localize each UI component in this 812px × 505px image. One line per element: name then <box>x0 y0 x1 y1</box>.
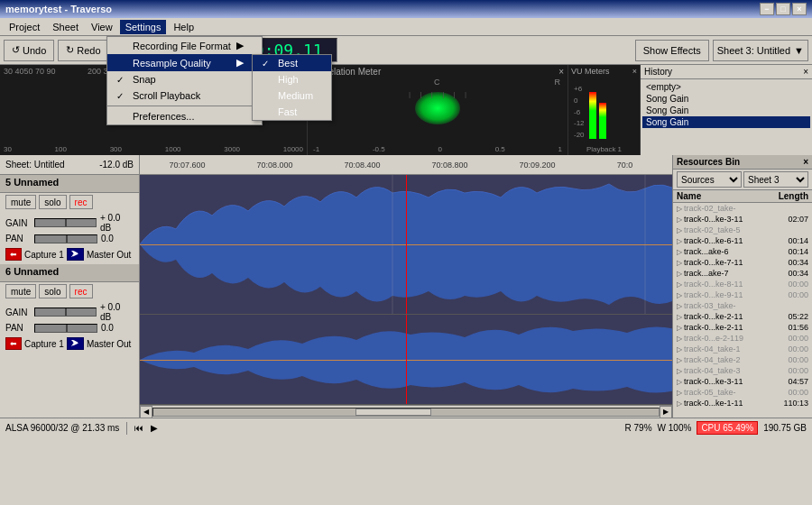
resource-item-9[interactable]: ▷ track-03_take- <box>673 300 812 311</box>
track-6-waveform[interactable] <box>140 315 672 405</box>
track-6-capture-button[interactable]: ⬅ <box>5 337 22 350</box>
track-6-solo-button[interactable]: solo <box>39 284 66 298</box>
horizontal-scrollbar[interactable]: ◀ ▶ <box>140 405 672 418</box>
correlation-close-icon[interactable]: × <box>558 67 564 77</box>
resource-item-7[interactable]: ▷ track-0...ke-8-11 00:00 <box>673 279 812 289</box>
resource-item-15[interactable]: ▷ track-04_take-3 00:00 <box>673 365 812 376</box>
submenu-high[interactable]: High <box>253 71 331 87</box>
history-close-icon[interactable]: × <box>803 67 808 77</box>
resource-item-1[interactable]: ▷ track-0...ke-3-11 02:07 <box>673 214 812 225</box>
resource-icon-11: ▷ <box>677 324 682 332</box>
playhead-2 <box>406 315 407 404</box>
title-bar: memorytest - Traverso − □ × <box>0 0 812 18</box>
timeline-mark-6: 70:0 <box>581 161 669 170</box>
vu-bars: +60-6-12-20 <box>568 78 640 142</box>
resource-item-17[interactable]: ▷ track-05_take- 00:00 <box>673 387 812 398</box>
track-controls: Sheet: Untitled -12.0 dB 5 Unnamed mute … <box>0 155 140 418</box>
menu-view[interactable]: View <box>86 20 118 34</box>
resource-item-10[interactable]: ▷ track-0...ke-2-11 05:22 <box>673 311 812 322</box>
resource-item-11[interactable]: ▷ track-0...ke-2-11 01:56 <box>673 322 812 333</box>
resources-list[interactable]: ▷ track-02_take- ▷ track-0...ke-3-11 02:… <box>673 203 812 418</box>
resource-item-12[interactable]: ▷ track-0...e-2-119 00:00 <box>673 333 812 344</box>
menu-project[interactable]: Project <box>4 20 45 34</box>
resource-item-18[interactable]: ▷ track-0...ke-1-11 110:13 <box>673 398 812 409</box>
resource-name-16: track-0...ke-3-11 <box>684 377 766 386</box>
cpu-indicator: CPU 65.49% <box>697 421 758 435</box>
resource-icon-5: ▷ <box>677 259 682 267</box>
scroll-right-button[interactable]: ▶ <box>660 406 672 418</box>
resource-name-14: track-04_take-2 <box>684 355 766 364</box>
history-item-2[interactable]: Song Gain <box>642 93 810 105</box>
resource-length-4: 00:14 <box>768 247 808 256</box>
scrollbar-track[interactable] <box>152 408 660 417</box>
transport-play-icon[interactable]: ▶ <box>151 423 158 433</box>
resource-icon-14: ▷ <box>677 356 682 364</box>
track-5-gain-slider[interactable] <box>34 218 97 227</box>
submenu-best[interactable]: ✓ Best <box>253 55 331 71</box>
sheet-selector[interactable]: Sheet 3: Untitled ▼ <box>713 40 808 61</box>
resource-item-14[interactable]: ▷ track-04_take-2 00:00 <box>673 354 812 365</box>
resource-item-5[interactable]: ▷ track-0...ke-7-11 00:34 <box>673 257 812 268</box>
resources-controls: Sources Sheet 3 <box>673 170 812 190</box>
w-percent: W 100% <box>658 423 692 433</box>
fast-label: Fast <box>278 106 297 117</box>
resource-item-8[interactable]: ▷ track-0...ke-9-11 00:00 <box>673 289 812 300</box>
resample-arrow: ▶ <box>236 57 244 69</box>
resource-item-0[interactable]: ▷ track-02_take- <box>673 203 812 214</box>
show-effects-button[interactable]: Show Effects <box>635 40 709 61</box>
track-5-output-button[interactable]: ⮞ <box>67 248 84 261</box>
menu-preferences[interactable]: Preferences... <box>107 108 262 124</box>
menu-resample-quality[interactable]: Resample Quality ▶ ✓ Best High Medium Fa… <box>107 54 262 71</box>
track-5-capture-button[interactable]: ⬅ <box>5 248 22 261</box>
scroll-left-button[interactable]: ◀ <box>140 406 152 418</box>
status-bar: ALSA 96000/32 @ 21.33 ms ⏮ ▶ R 79% W 100… <box>0 418 812 437</box>
resource-length-12: 00:00 <box>768 334 808 343</box>
track-5-rec-button[interactable]: rec <box>69 195 93 209</box>
track-5-waveform[interactable] <box>140 175 672 315</box>
track-5-header: 5 Unnamed <box>0 175 139 193</box>
vu-bar-right <box>599 103 606 139</box>
menu-sheet[interactable]: Sheet <box>47 20 84 34</box>
menu-recording-format[interactable]: Recording File Format ▶ <box>107 37 262 54</box>
track-6-mute-button[interactable]: mute <box>5 284 36 298</box>
minimize-button[interactable]: − <box>760 3 774 15</box>
track-6-routing: ⬅ Capture 1 ⮞ Master Out <box>0 335 139 352</box>
resources-close-icon[interactable]: × <box>803 157 808 167</box>
track-6-pan-slider[interactable] <box>34 324 97 333</box>
track-6-output-button[interactable]: ⮞ <box>67 337 84 350</box>
history-item-4[interactable]: Song Gain <box>642 116 810 128</box>
transport-prev-icon[interactable]: ⏮ <box>134 423 143 433</box>
track-5-pan-slider[interactable] <box>34 234 97 243</box>
sources-select[interactable]: Sources <box>677 171 742 188</box>
submenu-medium[interactable]: Medium <box>253 87 331 104</box>
redo-button[interactable]: ↻ Redo <box>58 40 108 61</box>
resource-item-16[interactable]: ▷ track-0...ke-3-11 04:57 <box>673 376 812 387</box>
menu-settings[interactable]: Settings <box>120 20 167 34</box>
maximize-button[interactable]: □ <box>776 3 790 15</box>
resource-item-6[interactable]: ▷ track...ake-7 00:34 <box>673 268 812 279</box>
best-check: ✓ <box>262 59 274 69</box>
vu-close-icon[interactable]: × <box>632 67 637 76</box>
resource-item-3[interactable]: ▷ track-0...ke-6-11 00:14 <box>673 235 812 246</box>
resource-icon-9: ▷ <box>677 302 682 310</box>
undo-button[interactable]: ↺ Undo <box>4 40 54 61</box>
history-item-3[interactable]: Song Gain <box>642 105 810 116</box>
resource-item-2[interactable]: ▷ track-02_take-5 <box>673 225 812 235</box>
resource-item-13[interactable]: ▷ track-04_take-1 00:00 <box>673 344 812 354</box>
timeline-mark-2: 70:08.000 <box>231 161 318 170</box>
menu-help[interactable]: Help <box>168 20 199 34</box>
menu-snap[interactable]: ✓ Snap <box>107 71 262 87</box>
alsa-status: ALSA 96000/32 @ 21.33 ms <box>5 423 119 433</box>
track-6-gain-slider[interactable] <box>34 308 97 317</box>
sheet-select[interactable]: Sheet 3 <box>743 171 808 188</box>
resource-item-4[interactable]: ▷ track...ake-6 00:14 <box>673 246 812 257</box>
track-6-rec-button[interactable]: rec <box>69 284 93 298</box>
history-item-1[interactable]: <empty> <box>642 81 810 93</box>
track-5-solo-button[interactable]: solo <box>39 195 66 209</box>
scrollbar-thumb[interactable] <box>355 409 431 416</box>
close-button[interactable]: × <box>792 3 807 15</box>
submenu-fast[interactable]: Fast <box>253 104 331 120</box>
track-5-mute-button[interactable]: mute <box>5 195 36 209</box>
snap-check: ✓ <box>116 75 127 85</box>
menu-scroll-playback[interactable]: ✓ Scroll Playback <box>107 87 262 104</box>
